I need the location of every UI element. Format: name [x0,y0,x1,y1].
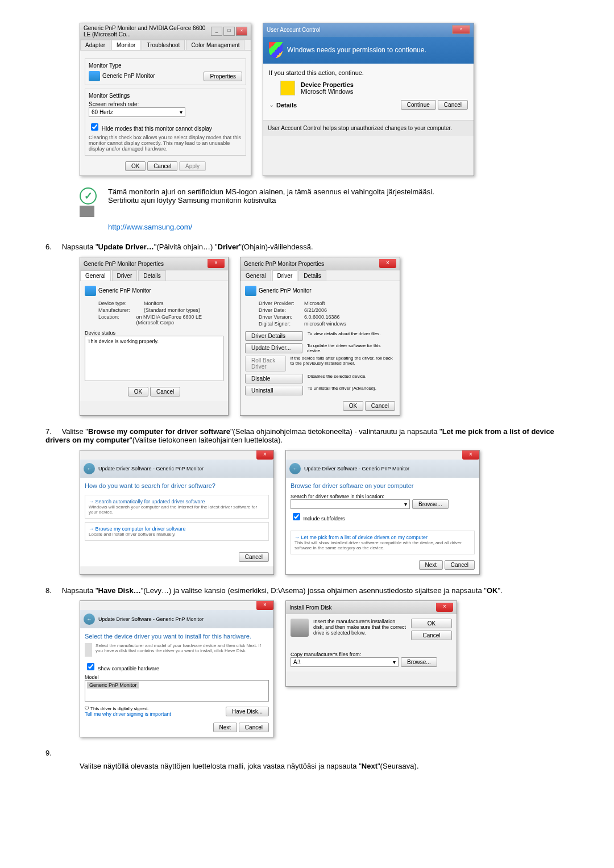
details-button[interactable]: Details [276,102,297,108]
step-9-text: Valitse näytöllä olevasta näyttöjen luet… [80,762,569,770]
uac-header: Windows needs your permission to contion… [263,36,474,64]
include-subfolders-checkbox[interactable] [293,513,300,520]
cancel-button[interactable]: Cancel [239,552,269,562]
uac-titlebar: User Account Control × [263,23,474,36]
ok-button[interactable]: OK [125,161,146,171]
uninstall-button[interactable]: Uninstall [245,386,303,395]
cancel-button[interactable]: Cancel [239,723,269,732]
tab-details[interactable]: Details [298,270,326,281]
device-properties-general: Generic PnP Monitor Properties × General… [80,257,229,416]
note-line1: Tämä monitorin ajuri on sertifioidun MS-… [108,187,434,196]
cancel-button[interactable]: Cancel [438,100,468,110]
monitor-name: Generic PnP Monitor [102,73,155,79]
close-icon[interactable]: × [236,27,247,36]
chevron-down-icon[interactable]: ⌄ [269,101,274,108]
properties-button[interactable]: Properties [204,72,242,81]
wizard-heading: Browse for driver software on your compu… [291,482,475,489]
model-list[interactable]: Generic PnP Monitor [85,680,269,702]
next-button[interactable]: Next [213,723,238,732]
browse-button[interactable]: Browse... [401,657,437,667]
step-7: 7. Valitse "Browse my computer for drive… [45,427,569,444]
checkmark-icon: ✓ [80,187,97,205]
ok-button[interactable]: OK [128,387,148,397]
maximize-icon[interactable]: □ [223,27,235,36]
monitor-type-label: Monitor Type [89,62,242,69]
hide-modes-label: Hide modes that this monitor cannot disp… [102,126,212,132]
tab-driver[interactable]: Driver [272,270,298,281]
uac-dialog: User Account Control × Windows needs you… [263,23,474,176]
tab-details[interactable]: Details [138,270,166,281]
uac-item-title: Device Properties [301,81,354,88]
cancel-button[interactable]: Cancel [150,387,180,397]
wizard-heading: Select the device driver you want to ins… [85,633,269,640]
wizard-heading: How do you want to search for driver sof… [85,482,269,489]
back-icon[interactable]: ← [289,463,301,474]
update-driver-wizard-2: × ← Update Driver Software - Generic PnP… [285,450,480,575]
monitor-properties-dialog: Generic PnP Monitor and NVIDIA GeForce 6… [80,23,251,176]
refresh-rate-select[interactable]: 60 Hertz▾ [89,107,185,117]
back-icon[interactable]: ← [84,614,95,625]
path-input[interactable]: ▾ [291,499,410,509]
hide-modes-checkbox[interactable] [91,123,98,131]
continue-button[interactable]: Continue [401,100,436,110]
search-auto-option[interactable]: → Search automatically for updated drive… [85,495,269,519]
apply-button[interactable]: Apply [179,161,206,171]
select-driver-wizard: × ← Update Driver Software - Generic PnP… [80,600,274,737]
step-6: 6. Napsauta "Update Driver…"(Päivitä ohj… [45,243,569,251]
browse-button[interactable]: Browse... [412,499,449,509]
tabs: Adapter Monitor Troubleshoot Color Manag… [80,40,251,51]
disable-button[interactable]: Disable [245,374,303,383]
tab-general[interactable]: General [80,270,111,281]
shield-icon [269,42,283,58]
pick-from-list-option[interactable]: → Let me pick from a list of device driv… [291,531,475,554]
update-driver-wizard-1: × ← Update Driver Software - Generic PnP… [80,450,274,575]
uac-title: User Account Control [267,27,321,33]
cancel-button[interactable]: Cancel [411,631,452,640]
ok-button[interactable]: OK [343,401,363,411]
have-disk-button[interactable]: Have Disk... [226,707,269,716]
uac-message: Windows needs your permission to contion… [287,46,426,54]
rollback-button[interactable]: Roll Back Driver [245,356,286,372]
tab-troubleshoot[interactable]: Troubleshoot [142,40,185,50]
refresh-rate-label: Screen refresh rate: [89,101,242,107]
note: ✓ Tämä monitorin ajuri on sertifioidun M… [80,187,569,217]
chevron-down-icon: ▾ [404,501,407,507]
close-icon[interactable]: × [379,259,396,268]
close-icon[interactable]: × [256,450,273,460]
tab-driver[interactable]: Driver [112,270,138,281]
driver-details-button[interactable]: Driver Details [245,331,303,341]
update-driver-button[interactable]: Update Driver... [245,343,302,353]
step-9-num: 9. [45,749,569,757]
minimize-icon[interactable]: _ [211,27,222,36]
samsung-link[interactable]: http://www.samsung.com/ [108,223,569,231]
back-icon[interactable]: ← [84,463,95,474]
cancel-button[interactable]: Cancel [147,161,177,171]
program-icon [280,81,295,95]
step-8: 8. Napsauta "Have Disk…"(Levy…) ja valit… [45,586,569,595]
tab-monitor[interactable]: Monitor [111,40,140,50]
show-compatible-checkbox[interactable] [87,663,94,670]
install-from-disk-dialog: Install From Disk × Insert the manufactu… [285,600,457,687]
titlebar: Generic PnP Monitor Properties × [240,257,400,270]
path-select[interactable]: A:\▾ [291,657,399,667]
tab-general[interactable]: General [240,270,271,281]
titlebar: Generic PnP Monitor and NVIDIA GeForce 6… [80,23,251,40]
tab-color[interactable]: Color Management [186,40,244,50]
tab-adapter[interactable]: Adapter [80,40,110,50]
close-icon[interactable]: × [452,25,470,34]
cancel-button[interactable]: Cancel [365,401,395,411]
uac-footer: User Account Control helps stop unauthor… [263,120,474,136]
uac-started-text: If you started this action, continue. [269,69,468,76]
titlebar: Generic PnP Monitor Properties × [80,257,228,270]
signing-link[interactable]: Tell me why driver signing is important [85,711,171,717]
cancel-button[interactable]: Cancel [445,560,475,570]
hide-modes-desc: Clearing this check box allows you to se… [89,135,242,152]
close-icon[interactable]: × [208,259,225,268]
close-icon[interactable]: × [256,601,273,610]
browse-computer-option[interactable]: → Browse my computer for driver software… [85,522,269,541]
ok-button[interactable]: OK [411,619,452,628]
next-button[interactable]: Next [419,560,443,570]
device-properties-driver: Generic PnP Monitor Properties × General… [240,257,400,416]
close-icon[interactable]: × [436,603,453,612]
close-icon[interactable]: × [462,450,479,460]
